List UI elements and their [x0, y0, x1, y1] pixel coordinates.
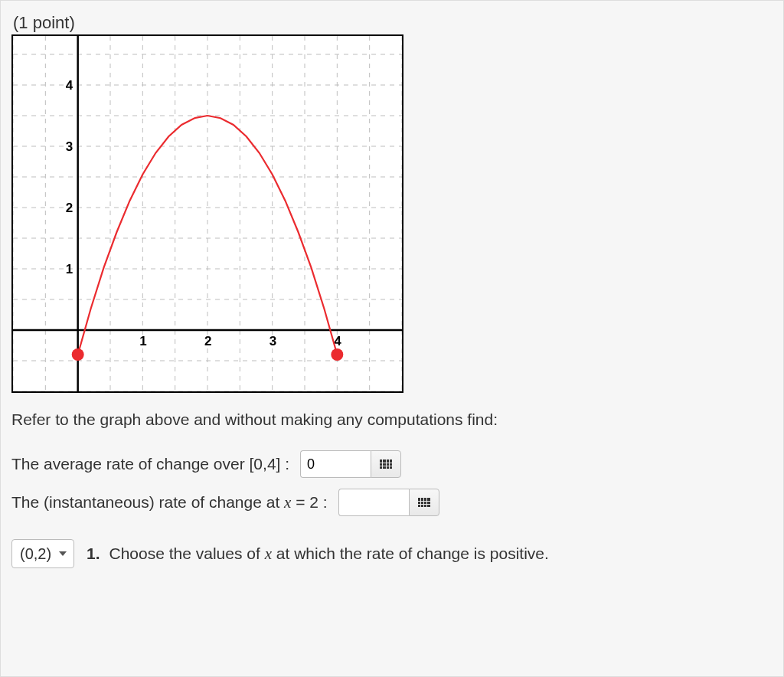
svg-text:1: 1: [139, 334, 146, 348]
avg-rate-input[interactable]: [300, 450, 371, 478]
question-card: (1 point) 12341234 Refer to the graph ab…: [0, 0, 784, 677]
prompt-text: Refer to the graph above and without mak…: [11, 408, 773, 430]
svg-text:3: 3: [270, 334, 276, 348]
svg-text:2: 2: [204, 334, 211, 348]
row2-label: The (instantaneous) rate of change at x …: [11, 493, 328, 512]
keypad-icon: [380, 460, 392, 469]
svg-text:1: 1: [66, 262, 73, 276]
svg-text:3: 3: [66, 139, 73, 154]
question-number: 1.: [87, 545, 100, 563]
svg-text:2: 2: [66, 201, 73, 215]
points-label: (1 point): [13, 13, 773, 33]
svg-point-36: [331, 348, 343, 361]
row1-label: The average rate of change over [0,4] :: [11, 455, 289, 473]
question-text: Choose the values of x at which the rate…: [109, 545, 549, 564]
svg-point-35: [72, 348, 84, 361]
math-keypad-button[interactable]: [371, 450, 401, 478]
row-positive-rate: (0,2) 1. Choose the values of x at which…: [11, 539, 773, 568]
svg-text:4: 4: [66, 78, 74, 93]
keypad-icon: [418, 498, 430, 507]
math-keypad-button[interactable]: [409, 489, 439, 516]
row-instantaneous-rate: The (instantaneous) rate of change at x …: [11, 489, 773, 516]
chart-svg: 12341234: [13, 36, 402, 391]
interval-dropdown[interactable]: (0,2): [11, 539, 74, 568]
math-x: x: [265, 545, 272, 563]
row-average-rate: The average rate of change over [0,4] :: [11, 450, 773, 478]
graph: 12341234: [11, 34, 403, 393]
inst-rate-input[interactable]: [338, 489, 409, 516]
math-x: x: [284, 493, 291, 512]
